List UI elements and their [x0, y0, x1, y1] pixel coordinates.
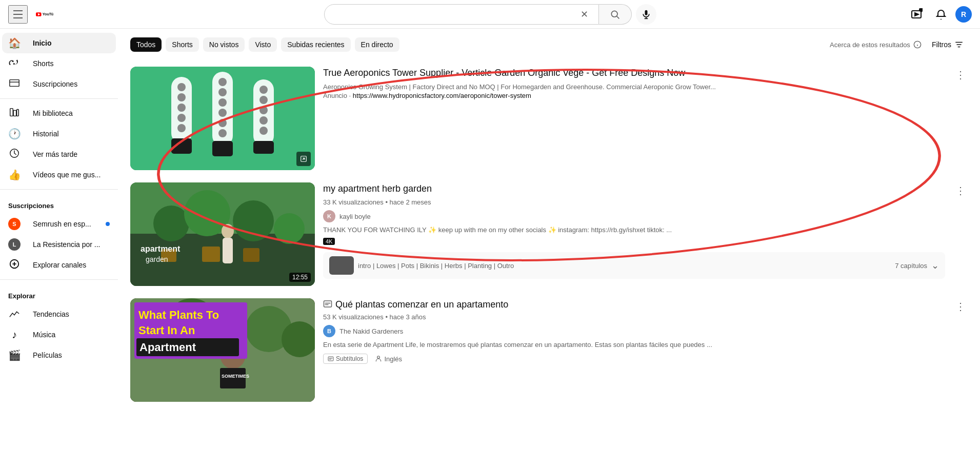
- voice-search-button[interactable]: [636, 4, 656, 25]
- video1-channel-name[interactable]: kayli boyle: [339, 213, 371, 220]
- sidebar-item-musica[interactable]: ♪ Música: [2, 324, 116, 345]
- subscriptions-icon: [8, 77, 21, 91]
- sidebar-label-inicio: Inicio: [33, 39, 52, 47]
- filter-chip-subidas-recientes[interactable]: Subidas recientes: [281, 37, 350, 52]
- video2-result-title[interactable]: Qué plantas comenzar en un apartamento: [335, 298, 508, 311]
- video2-subtitle-row: Subtítulos Inglés: [323, 354, 945, 364]
- svg-point-51: [259, 127, 268, 135]
- video2-channel-name[interactable]: The Nakid Gardeners: [339, 327, 403, 335]
- video1-thumbnail-art: apartment garden: [130, 182, 315, 286]
- logo-area[interactable]: YouTube ES: [36, 8, 53, 20]
- search-input[interactable]: apartment gardening: [333, 10, 578, 19]
- trending-icon: [8, 308, 21, 321]
- ad-thumbnail[interactable]: [130, 67, 315, 170]
- search-input-wrap: apartment gardening ✕: [324, 4, 599, 25]
- filtros-button[interactable]: Filtros: [928, 37, 968, 52]
- video1-menu-button[interactable]: ⋮: [953, 182, 968, 199]
- sidebar-item-mi-biblioteca[interactable]: Mi biblioteca: [2, 103, 116, 124]
- svg-point-4: [611, 11, 617, 17]
- header-left: YouTube ES: [8, 5, 121, 24]
- chapters-expand-icon[interactable]: ⌄: [931, 260, 939, 271]
- svg-point-49: [259, 106, 268, 114]
- create-icon: [910, 8, 923, 20]
- video2-thumbnail[interactable]: SOMETIMES What Plants To Start In An Apa…: [130, 298, 315, 402]
- svg-rect-6: [645, 10, 647, 15]
- video1-time-ago: hace 2 meses: [390, 198, 431, 206]
- movies-icon: 🎬: [8, 349, 21, 361]
- svg-rect-16: [10, 108, 13, 116]
- sidebar-item-ver-mas-tarde[interactable]: Ver más tarde: [2, 144, 116, 165]
- filter-icon: [954, 40, 964, 49]
- ad-result-desc: Aeroponics Growing System | Factory Dire…: [323, 83, 945, 92]
- history-icon: 🕐: [8, 128, 21, 140]
- ad-label: Anuncio: [323, 92, 347, 99]
- svg-text:apartment: apartment: [141, 244, 181, 253]
- svg-rect-60: [202, 247, 220, 262]
- video2-desc: En esta serie de Apartment Life, le most…: [323, 340, 945, 350]
- ad-thumbnail-art: [130, 67, 315, 170]
- divider-1: [0, 98, 118, 99]
- svg-rect-85: [328, 357, 333, 361]
- main-layout: 🏠 Inicio Shorts Suscripciones Mi bibliot…: [0, 0, 980, 414]
- svg-point-40: [218, 88, 227, 96]
- sidebar-label-peliculas: Películas: [33, 351, 62, 359]
- ad-url[interactable]: https://www.hydroponicsfactory.com/aerop…: [353, 92, 531, 99]
- sidebar-item-inicio[interactable]: 🏠 Inicio: [2, 33, 116, 53]
- svg-point-57: [233, 200, 274, 241]
- about-results[interactable]: Acerca de estos resultados: [830, 40, 922, 49]
- sidebar-item-suscripciones[interactable]: Suscripciones: [2, 74, 116, 94]
- video1-thumbnail[interactable]: apartment garden 12:55: [130, 182, 315, 286]
- sidebar-item-explorar-canales[interactable]: Explorar canales: [2, 255, 116, 275]
- sidebar-item-resistencia[interactable]: L La Resistencia por ...: [2, 234, 116, 255]
- filter-chip-todos[interactable]: Todos: [130, 37, 162, 52]
- search-clear-button[interactable]: ✕: [578, 7, 590, 22]
- sidebar-item-shorts[interactable]: Shorts: [2, 53, 116, 74]
- video1-chapters[interactable]: intro | Lowes | Pots | Bikinis | Herbs |…: [323, 252, 945, 279]
- hamburger-button[interactable]: [8, 5, 28, 24]
- video1-result-title[interactable]: my apartment herb garden: [323, 182, 945, 195]
- chapters-count: 7 capítulos: [895, 262, 927, 270]
- svg-point-32: [177, 83, 186, 91]
- notifications-button[interactable]: [931, 4, 951, 25]
- header-right: R: [859, 4, 972, 25]
- meta-separator-2: •: [385, 313, 389, 321]
- video2-time-ago: hace 3 años: [390, 313, 426, 321]
- create-button[interactable]: [906, 4, 927, 25]
- sidebar-item-historial[interactable]: 🕐 Historial: [2, 124, 116, 144]
- shorts-icon: [8, 57, 21, 71]
- filter-chip-no-vistos[interactable]: No vistos: [203, 37, 245, 52]
- notification-dot: [106, 222, 110, 226]
- avatar[interactable]: R: [955, 6, 972, 23]
- svg-point-12: [919, 8, 923, 11]
- sidebar-item-videos-gusta[interactable]: 👍 Vídeos que me gus...: [2, 165, 116, 185]
- sidebar-item-peliculas[interactable]: 🎬 Películas: [2, 345, 116, 365]
- divider-2: [0, 189, 118, 190]
- subscriptions-section-title: Suscripciones: [0, 194, 118, 214]
- svg-point-44: [218, 129, 227, 137]
- svg-rect-31: [171, 138, 192, 154]
- svg-rect-38: [212, 141, 233, 156]
- ad-result-title[interactable]: True Aeroponics Tower Supplier - Verticl…: [323, 67, 945, 79]
- search-icon: [610, 9, 620, 19]
- ad-menu-button[interactable]: ⋮: [953, 67, 968, 83]
- filter-chip-shorts[interactable]: Shorts: [166, 37, 198, 52]
- subtitles-icon: [323, 299, 332, 311]
- search-submit-button[interactable]: [599, 4, 632, 25]
- video1-views: 33 K visualizaciones: [323, 198, 384, 206]
- filter-chip-visto[interactable]: Visto: [249, 37, 277, 52]
- header: YouTube ES apartment gardening ✕: [0, 0, 980, 29]
- svg-text:Start In An: Start In An: [138, 324, 195, 337]
- watch-later-icon: [8, 148, 21, 161]
- filter-chip-en-directo[interactable]: En directo: [355, 37, 399, 52]
- subtitle-lang-wrap: Inglés: [375, 355, 402, 363]
- sidebar-item-tendencias[interactable]: Tendencias: [2, 304, 116, 324]
- sidebar-item-semrush[interactable]: S Semrush en esp...: [2, 214, 116, 234]
- add-icon: [8, 258, 21, 272]
- svg-rect-46: [253, 141, 274, 154]
- video2-menu-button[interactable]: ⋮: [953, 298, 968, 315]
- video2-result-info: Qué plantas comenzar en un apartamento 5…: [323, 298, 945, 364]
- svg-text:garden: garden: [146, 255, 168, 263]
- svg-point-47: [259, 86, 268, 94]
- filter-right: Acerca de estos resultados Filtros: [830, 37, 968, 52]
- svg-point-39: [218, 78, 227, 86]
